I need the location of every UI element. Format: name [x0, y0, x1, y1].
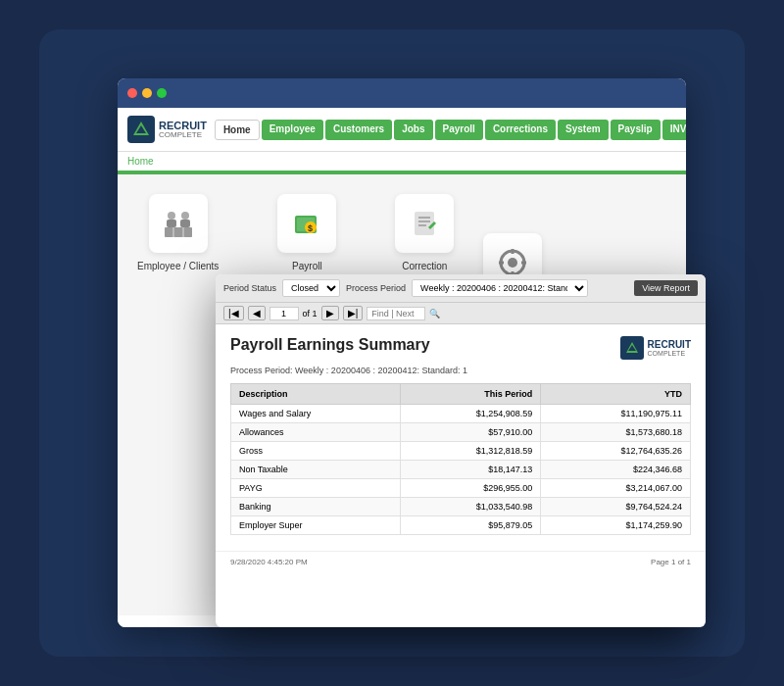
- report-logo: RECRUIT COMPLETE: [620, 336, 691, 360]
- report-logo-recruit: RECRUIT: [648, 340, 691, 350]
- report-nav: |◀ ◀ of 1 ▶ ▶| 🔍: [216, 303, 706, 324]
- correction-icon-box: [395, 194, 454, 253]
- report-toolbar: Period Status Closed Open Process Period…: [216, 274, 706, 303]
- svg-rect-4: [174, 227, 182, 237]
- col-description: Description: [231, 384, 401, 405]
- table-row: Allowances $57,910.00 $1,573,680.18: [231, 423, 691, 442]
- table-row: Wages and Salary $1,254,908.59 $11,190,9…: [231, 405, 691, 423]
- report-page-info: Page 1 of 1: [651, 558, 691, 566]
- cell-ytd: $224,346.68: [541, 461, 691, 479]
- outer-container: RECRUIT COMPLETE Home Employee Customers…: [39, 29, 745, 657]
- page-number-input[interactable]: [270, 307, 299, 320]
- nav-inv[interactable]: INV: [662, 120, 686, 140]
- employee-icon-box: [149, 194, 208, 253]
- logo-complete: COMPLETE: [159, 131, 207, 139]
- report-header-row: Payroll Earnings Summary RECRUIT COMPLET…: [230, 336, 691, 360]
- nav-customers[interactable]: Customers: [325, 120, 392, 140]
- close-dot: [127, 88, 137, 98]
- breadcrumb: Home: [118, 152, 686, 172]
- payroll-label: Payroll: [292, 261, 322, 271]
- svg-rect-14: [415, 212, 434, 235]
- nav-payslip[interactable]: Payslip: [611, 120, 661, 140]
- period-status-select[interactable]: Closed Open: [282, 279, 340, 297]
- logo-recruit: RECRUIT: [159, 121, 207, 131]
- nav-corrections[interactable]: Corrections: [485, 120, 556, 140]
- top-bar: RECRUIT COMPLETE Home Employee Customers…: [118, 108, 686, 152]
- nav-jobs[interactable]: Jobs: [394, 120, 432, 140]
- col-ytd: YTD: [541, 384, 691, 405]
- report-body: Payroll Earnings Summary RECRUIT COMPLET…: [216, 324, 706, 547]
- cell-ytd: $1,573,680.18: [541, 423, 691, 442]
- earnings-table: Description This Period YTD Wages and Sa…: [230, 383, 691, 535]
- cell-ytd: $12,764,635.26: [541, 442, 691, 461]
- table-row: Non Taxable $18,147.13 $224,346.68: [231, 461, 691, 479]
- nav-system[interactable]: System: [558, 120, 609, 140]
- process-period-text: Process Period: Weekly : 20200406 : 2020…: [230, 366, 691, 375]
- svg-rect-6: [167, 220, 176, 227]
- last-page-button[interactable]: ▶|: [343, 306, 364, 320]
- svg-point-9: [181, 212, 189, 220]
- cell-this-period: $296,955.00: [401, 479, 541, 498]
- find-button[interactable]: 🔍: [429, 309, 440, 318]
- svg-rect-5: [184, 227, 192, 237]
- report-timestamp: 9/28/2020 4:45:20 PM: [230, 558, 308, 566]
- svg-rect-3: [165, 227, 172, 237]
- svg-point-19: [508, 258, 517, 268]
- breadcrumb-home[interactable]: Home: [127, 156, 154, 167]
- cell-description: PAYG: [231, 479, 401, 498]
- cell-ytd: $9,764,524.24: [541, 498, 691, 516]
- cell-ytd: $3,214,067.00: [541, 479, 691, 498]
- svg-rect-7: [180, 220, 190, 227]
- logo-area: RECRUIT COMPLETE: [127, 116, 207, 143]
- table-row: Employer Super $95,879.05 $1,174,259.90: [231, 516, 691, 535]
- process-period-label: Process Period: [346, 283, 406, 293]
- cell-ytd: $1,174,259.90: [541, 516, 691, 535]
- process-period-select[interactable]: Weekly : 20200406 : 20200412: Standard: …: [412, 279, 588, 297]
- col-this-period: This Period: [401, 384, 541, 405]
- cell-ytd: $11,190,975.11: [541, 405, 691, 423]
- browser-header: [118, 78, 686, 108]
- cell-description: Wages and Salary: [231, 405, 401, 423]
- report-logo-text: RECRUIT COMPLETE: [648, 340, 691, 357]
- cell-description: Gross: [231, 442, 401, 461]
- report-title: Payroll Earnings Summary: [230, 336, 430, 354]
- cell-description: Employer Super: [231, 516, 401, 535]
- cell-this-period: $1,254,908.59: [401, 405, 541, 423]
- report-logo-icon: [620, 336, 644, 360]
- cell-this-period: $18,147.13: [401, 461, 541, 479]
- cell-description: Banking: [231, 498, 401, 516]
- svg-rect-23: [521, 262, 526, 265]
- logo-text: RECRUIT COMPLETE: [159, 121, 207, 139]
- cell-description: Allowances: [231, 423, 401, 442]
- table-row: Gross $1,312,818.59 $12,764,635.26: [231, 442, 691, 461]
- prev-page-button[interactable]: ◀: [248, 306, 266, 320]
- browser-dots: [127, 88, 167, 98]
- table-row: Banking $1,033,540.98 $9,764,524.24: [231, 498, 691, 516]
- view-report-button[interactable]: View Report: [634, 280, 698, 296]
- nav-payroll[interactable]: Payroll: [435, 120, 483, 140]
- employee-label: Employee / Clients: [137, 261, 219, 271]
- logo-icon: [127, 116, 155, 143]
- svg-rect-20: [512, 249, 514, 254]
- maximize-dot: [157, 88, 167, 98]
- svg-point-8: [168, 212, 175, 220]
- minimize-dot: [142, 88, 152, 98]
- report-overlay: Period Status Closed Open Process Period…: [216, 274, 706, 627]
- payroll-icon-box: $: [277, 194, 336, 253]
- icon-card-employee[interactable]: Employee / Clients: [137, 194, 219, 596]
- first-page-button[interactable]: |◀: [223, 306, 244, 320]
- find-input[interactable]: [367, 307, 425, 320]
- cell-this-period: $57,910.00: [401, 423, 541, 442]
- svg-rect-22: [499, 262, 504, 265]
- next-page-button[interactable]: ▶: [321, 306, 339, 320]
- period-status-label: Period Status: [223, 283, 276, 293]
- svg-text:$: $: [308, 223, 313, 233]
- nav-home[interactable]: Home: [215, 120, 260, 140]
- table-row: PAYG $296,955.00 $3,214,067.00: [231, 479, 691, 498]
- correction-label: Correction: [402, 261, 447, 271]
- cell-this-period: $1,312,818.59: [401, 442, 541, 461]
- cell-this-period: $1,033,540.98: [401, 498, 541, 516]
- nav-menu: Home Employee Customers Jobs Payroll Cor…: [215, 120, 686, 140]
- nav-employee[interactable]: Employee: [262, 120, 323, 140]
- report-footer: 9/28/2020 4:45:20 PM Page 1 of 1: [216, 551, 706, 572]
